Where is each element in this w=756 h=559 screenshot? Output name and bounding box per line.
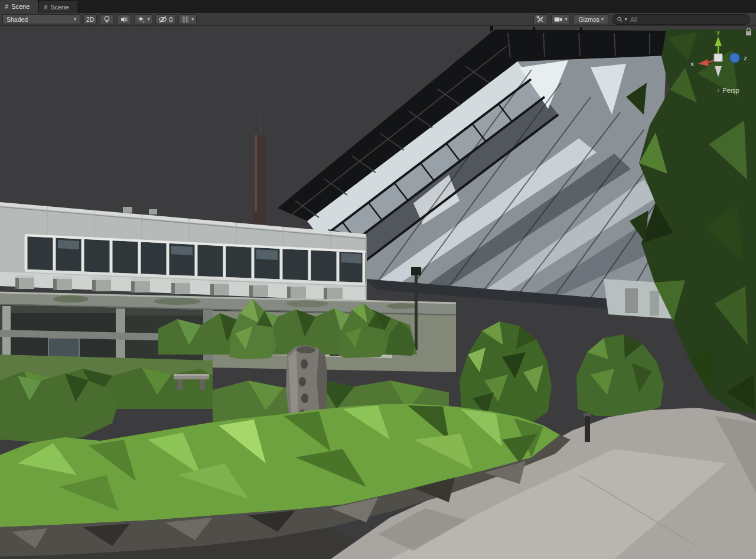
scene-search-field[interactable]: ▾ — [612, 14, 750, 25]
tab-scene-active[interactable]: # Scene — [0, 0, 38, 13]
hidden-objects-count: 0 — [169, 16, 172, 23]
projection-toggle[interactable]: ‹ Persp — [717, 86, 739, 95]
search-input[interactable] — [629, 15, 745, 24]
scene-lighting-button[interactable] — [100, 14, 114, 24]
tab-label: Scene — [50, 4, 69, 11]
tab-bar: # Scene # Scene — [0, 0, 756, 13]
tab-scene-inactive[interactable]: # Scene — [39, 1, 77, 13]
axis-x-label: x — [690, 60, 694, 67]
axis-negative-y-cone[interactable] — [715, 66, 722, 77]
chevron-down-icon: ▾ — [191, 17, 194, 22]
toggle-2d-label: 2D — [86, 16, 94, 23]
scene-viewport[interactable]: y x z ‹ Persp — [0, 26, 756, 559]
scene-orientation-gizmo[interactable]: y x z — [680, 30, 751, 86]
draw-mode-label: Shaded — [6, 16, 28, 23]
effects-icon — [137, 15, 145, 24]
projection-label: Persp — [722, 87, 739, 94]
lightbulb-icon — [103, 15, 111, 24]
chevron-left-icon: ‹ — [717, 86, 719, 95]
scene-tools-button[interactable] — [533, 14, 548, 24]
gizmos-dropdown[interactable]: Gizmos ▾ — [573, 14, 608, 24]
toolbar-right-group: ▾ Gizmos ▾ ▾ — [533, 14, 754, 25]
axis-z-label: z — [744, 54, 747, 61]
eye-slash-icon — [158, 15, 167, 24]
toggle-2d-button[interactable]: 2D — [83, 14, 97, 24]
hidden-objects-button[interactable]: 0 — [155, 14, 175, 24]
axis-y-label: y — [716, 30, 720, 35]
scene-render[interactable] — [0, 26, 756, 559]
search-filter-chevron-icon: ▾ — [625, 17, 627, 22]
scene-view-toolbar: Shaded ▾ 2D ▾ — [0, 13, 756, 26]
draw-mode-dropdown[interactable]: Shaded ▾ — [2, 14, 80, 24]
chevron-down-icon: ▾ — [565, 17, 567, 22]
scene-fx-dropdown[interactable]: ▾ — [134, 14, 152, 24]
tab-label: Scene — [11, 3, 30, 10]
chevron-down-icon: ▾ — [74, 17, 76, 22]
speaker-icon — [120, 15, 128, 24]
tools-icon — [536, 15, 545, 24]
scene-tab-icon: # — [5, 3, 8, 10]
unity-scene-view-window: # Scene # Scene Shaded ▾ 2D — [0, 0, 756, 559]
axis-y-cone[interactable] — [715, 37, 722, 46]
lock-icon[interactable] — [745, 28, 752, 36]
grid-visibility-dropdown[interactable]: ▾ — [178, 14, 197, 24]
camera-icon — [554, 16, 563, 23]
scene-tab-icon: # — [44, 4, 47, 11]
gizmos-label: Gizmos — [578, 16, 599, 23]
scene-audio-button[interactable] — [117, 14, 131, 24]
chevron-down-icon: ▾ — [601, 17, 604, 22]
axis-z-ball[interactable] — [730, 53, 739, 63]
chevron-down-icon: ▾ — [147, 17, 149, 22]
grid-icon — [181, 15, 190, 24]
scene-camera-settings-dropdown[interactable]: ▾ — [551, 14, 570, 24]
search-icon — [617, 16, 623, 23]
axis-x-cone[interactable] — [698, 59, 709, 66]
gizmo-center-cube[interactable] — [714, 54, 722, 61]
